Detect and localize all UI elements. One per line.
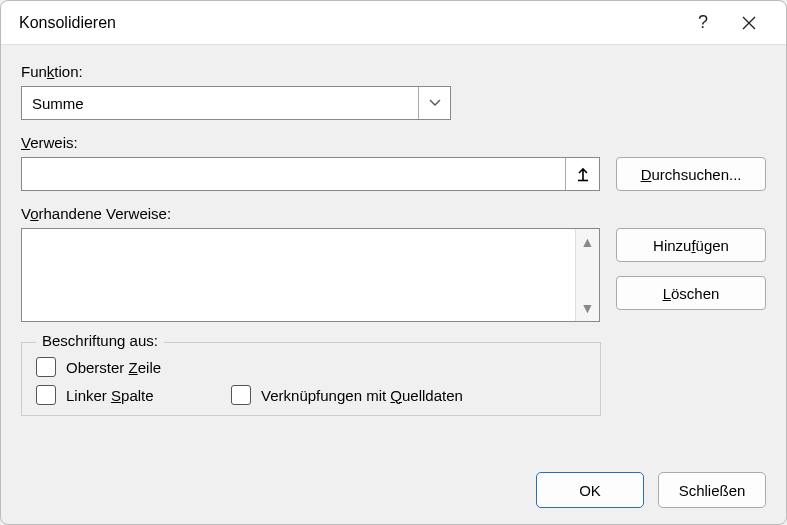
dialog-body: Funktion: Summe Verweis: [1,45,786,524]
add-button[interactable]: Hinzufügen [616,228,766,262]
dialog-footer: OK Schließen [21,456,766,508]
left-col-checkbox[interactable]: Linker Spalte [36,385,161,405]
function-select[interactable]: Summe [21,86,451,120]
scroll-down-icon[interactable]: ▼ [581,301,595,315]
collapse-dialog-icon[interactable] [565,158,599,190]
function-label: Funktion: [21,63,766,80]
reference-label: Verweis: [21,134,766,151]
labels-from-group: Beschriftung aus: Oberster Zeile Linker … [21,342,601,416]
checkbox-icon [36,385,56,405]
reference-input[interactable] [22,158,565,190]
function-select-value: Summe [22,95,418,112]
scroll-up-icon[interactable]: ▲ [581,235,595,249]
ok-button[interactable]: OK [536,472,644,508]
delete-button[interactable]: Löschen [616,276,766,310]
reference-input-wrap [21,157,600,191]
chevron-down-icon[interactable] [418,87,450,119]
checkbox-icon [231,385,251,405]
existing-section: Vorhandene Verweise: ▲ ▼ Hinzufügen Lösc… [21,205,766,322]
group-legend: Beschriftung aus: [36,332,164,349]
dialog-title: Konsolidieren [19,14,680,32]
close-icon[interactable] [726,1,772,45]
existing-listbox-wrap: ▲ ▼ [21,228,600,322]
top-row-checkbox[interactable]: Oberster Zeile [36,357,161,377]
source-links-checkbox[interactable]: Verknüpfungen mit Quelldaten [231,385,463,405]
close-button[interactable]: Schließen [658,472,766,508]
listbox-scrollbar[interactable]: ▲ ▼ [575,229,599,321]
function-section: Funktion: Summe [21,63,766,120]
browse-button[interactable]: Durchsuchen... [616,157,766,191]
top-row-label: Oberster Zeile [66,359,161,376]
consolidate-dialog: Konsolidieren ? Funktion: Summe Verweis: [0,0,787,525]
checkbox-icon [36,357,56,377]
titlebar: Konsolidieren ? [1,1,786,45]
reference-section: Verweis: Durchsuchen... [21,134,766,191]
left-col-label: Linker Spalte [66,387,154,404]
help-button[interactable]: ? [680,1,726,45]
existing-label: Vorhandene Verweise: [21,205,766,222]
source-links-label: Verknüpfungen mit Quelldaten [261,387,463,404]
existing-listbox[interactable] [22,229,575,321]
